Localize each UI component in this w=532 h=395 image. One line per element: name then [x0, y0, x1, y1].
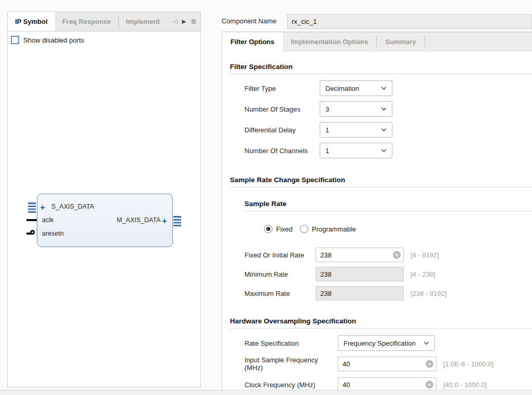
rate-specification-row: Rate Specification Frequency Specificati… [244, 335, 532, 351]
input-sample-frequency-input[interactable] [338, 357, 436, 371]
filter-specification-title: Filter Specification [230, 63, 532, 71]
number-of-stages-dropdown[interactable]: 3 [320, 101, 392, 117]
clock-frequency-range: [40.0 - 1000.0] [443, 381, 487, 389]
differential-delay-label: Differential Delay [244, 126, 320, 134]
m-axis-expand-icon[interactable]: + [162, 216, 167, 225]
port-s-axis-data: S_AXIS_DATA [51, 203, 94, 210]
sample-rate-change-title: Sample Rate Change Specification [230, 176, 532, 184]
input-sample-frequency-row: Input Sample Frequency (MHz) × [1.0E-6 -… [244, 356, 532, 372]
tab-implementation-details[interactable]: Implement [119, 12, 160, 31]
minimum-rate-range: [4 - 238] [411, 270, 435, 278]
fixed-radio[interactable] [264, 225, 272, 233]
port-aclk: aclk [42, 216, 53, 224]
tab-scroll-controls: ◁ ▶ ≡ [173, 12, 200, 31]
fixed-or-initial-rate-range: [4 - 8192] [411, 251, 439, 259]
chevron-down-icon [381, 147, 387, 153]
tab-freq-response[interactable]: Freq Response [55, 12, 118, 31]
clear-field-icon[interactable]: × [393, 251, 401, 259]
number-of-channels-dropdown[interactable]: 1 [320, 143, 392, 158]
filter-type-label: Filter Type [244, 85, 320, 92]
config-tab-bar: Filter Options Implementation Options Su… [222, 32, 532, 51]
fixed-or-initial-rate-input[interactable] [316, 248, 404, 262]
minimum-rate-row: Minimum Rate [4 - 238] [244, 267, 532, 281]
maximum-rate-range: [238 - 8192] [411, 290, 446, 297]
filter-type-value: Decimation [320, 85, 378, 92]
hardware-oversampling-section: Hardware Oversampling Specification Rate… [230, 317, 532, 392]
chevron-down-icon [424, 340, 429, 345]
clear-field-icon[interactable]: × [426, 381, 433, 389]
window-bottom-edge [0, 390, 532, 395]
fixed-or-initial-rate-label: Fixed Or Initial Rate [244, 251, 316, 259]
programmable-radio[interactable] [300, 225, 308, 233]
rate-specification-dropdown[interactable]: Frequency Specification [338, 335, 435, 351]
subsection-rule [244, 211, 532, 211]
section-rule [230, 187, 532, 187]
sample-rate-subsection: Sample Rate [244, 200, 532, 211]
s-axis-expand-icon[interactable]: + [40, 203, 45, 212]
minimum-rate-input [316, 267, 404, 281]
number-of-channels-row: Number Of Channels 1 [244, 143, 532, 158]
scroll-tabs-right-icon[interactable]: ▶ [182, 18, 186, 25]
aresetn-active-low-icon [30, 230, 35, 235]
show-disabled-ports-label: Show disabled ports [23, 36, 84, 44]
chevron-down-icon [381, 127, 387, 132]
section-rule [230, 74, 532, 74]
input-sample-frequency-range: [1.0E-6 - 1000.0] [443, 360, 494, 368]
clear-field-icon[interactable]: × [426, 360, 433, 368]
number-of-stages-row: Number Of Stages 3 [244, 101, 532, 117]
filter-specification-section: Filter Specification Filter Type Decimat… [230, 63, 532, 158]
show-disabled-ports-row: Show disabled ports [11, 36, 84, 44]
programmable-radio-label: Programmable [312, 225, 356, 233]
clock-frequency-label: Clock Frequency (MHz) [244, 381, 338, 389]
m-axis-bus-interface-icon [173, 215, 182, 227]
tab-ip-symbol[interactable]: IP Symbol [8, 12, 55, 31]
ip-symbol-panel: IP Symbol Freq Response Implement ◁ ▶ ≡ … [7, 11, 201, 388]
number-of-stages-value: 3 [320, 105, 378, 113]
s-axis-bus-interface-icon [27, 202, 36, 213]
port-m-axis-data: M_AXIS_DATA [117, 216, 160, 224]
differential-delay-row: Differential Delay 1 [244, 122, 532, 138]
chevron-down-icon [381, 85, 387, 90]
tab-separator [425, 36, 425, 47]
differential-delay-value: 1 [320, 126, 378, 134]
tab-list-menu-icon[interactable]: ≡ [191, 17, 196, 27]
rate-specification-value: Frequency Specification [338, 339, 420, 347]
minimum-rate-label: Minimum Rate [244, 270, 316, 278]
configuration-panel: Filter Options Implementation Options Su… [222, 32, 532, 390]
filter-type-row: Filter Type Decimation [244, 80, 532, 96]
maximum-rate-label: Maximum Rate [244, 290, 316, 297]
ip-customization-window: IP Symbol Freq Response Implement ◁ ▶ ≡ … [0, 0, 532, 395]
tab-summary[interactable]: Summary [377, 32, 424, 51]
filter-options-content: Filter Specification Filter Type Decimat… [222, 63, 532, 392]
number-of-channels-value: 1 [320, 147, 378, 155]
tab-implementation-options[interactable]: Implementation Options [283, 32, 377, 51]
number-of-channels-label: Number Of Channels [244, 147, 320, 155]
differential-delay-dropdown[interactable]: 1 [320, 122, 392, 138]
chevron-down-icon [381, 106, 387, 111]
maximum-rate-row: Maximum Rate [238 - 8192] [244, 286, 532, 301]
sample-rate-mode-radios: Fixed Programmable [264, 224, 532, 234]
filter-type-dropdown[interactable]: Decimation [320, 80, 392, 96]
sample-rate-change-section: Sample Rate Change Specification Sample … [230, 176, 532, 301]
section-rule [230, 328, 532, 329]
fixed-radio-label: Fixed [276, 225, 293, 233]
hardware-oversampling-title: Hardware Oversampling Specification [230, 317, 532, 325]
maximum-rate-input [316, 286, 404, 301]
number-of-stages-label: Number Of Stages [244, 105, 320, 113]
port-aresetn: aresetn [42, 230, 64, 237]
component-name-input[interactable] [287, 14, 532, 29]
sample-rate-title: Sample Rate [244, 200, 532, 208]
rate-specification-label: Rate Specification [244, 339, 338, 347]
scroll-tabs-left-icon[interactable]: ◁ [173, 18, 177, 25]
left-tab-bar: IP Symbol Freq Response Implement ◁ ▶ ≡ [8, 12, 200, 32]
aclk-pin-stub [26, 219, 37, 221]
input-sample-frequency-label: Input Sample Frequency (MHz) [244, 356, 338, 372]
fixed-or-initial-rate-row: Fixed Or Initial Rate × [4 - 8192] [244, 248, 532, 262]
component-name-label: Component Name [222, 17, 277, 25]
tab-filter-options[interactable]: Filter Options [222, 32, 283, 51]
show-disabled-ports-checkbox[interactable] [11, 36, 19, 44]
